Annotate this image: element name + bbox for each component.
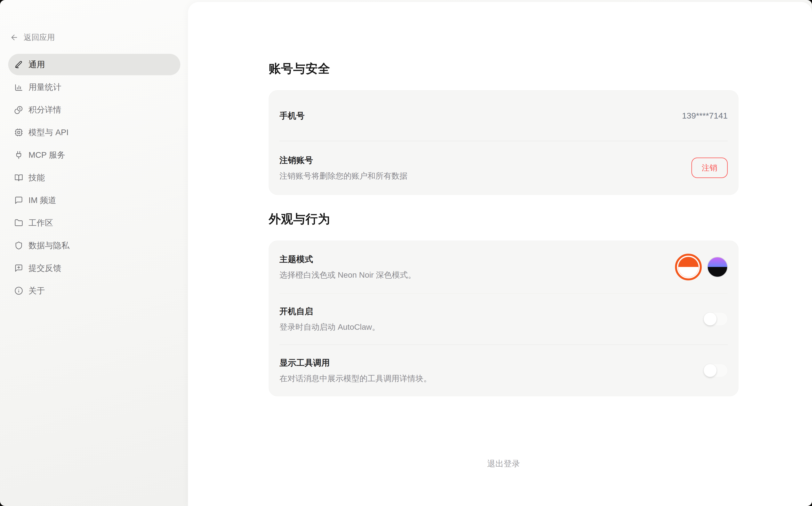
- delete-account-title: 注销账号: [280, 155, 408, 165]
- sidebar-item-mcp-services[interactable]: MCP 服务: [8, 144, 180, 166]
- show-tool-calls-toggle[interactable]: [704, 364, 728, 377]
- theme-swatches: [675, 254, 728, 280]
- coins-icon: [14, 105, 23, 114]
- cpu-icon: [14, 128, 23, 137]
- sidebar-item-label: 数据与隐私: [28, 240, 69, 251]
- sidebar-item-label: IM 频道: [28, 195, 56, 206]
- sidebar-item-about[interactable]: 关于: [8, 280, 180, 302]
- delete-account-button[interactable]: 注销: [691, 158, 728, 178]
- theme-mode-title: 主题模式: [280, 254, 416, 264]
- back-to-app-label: 返回应用: [24, 32, 55, 43]
- sidebar-item-label: 用量统计: [28, 82, 61, 93]
- arrow-left-icon: [10, 33, 18, 42]
- sidebar-item-credits[interactable]: 积分详情: [8, 99, 180, 120]
- bar-chart-icon: [14, 83, 23, 91]
- account-security-card: 手机号 139****7141 注销账号 注销账号将删除您的账户和所有数据 注销: [269, 90, 738, 195]
- theme-light-orange-swatch[interactable]: [675, 254, 702, 280]
- sidebar-item-label: 通用: [28, 59, 45, 70]
- sidebar-item-data-privacy[interactable]: 数据与隐私: [8, 235, 180, 256]
- phone-number-row: 手机号 139****7141: [269, 90, 738, 141]
- sidebar-item-label: 技能: [28, 172, 45, 183]
- sidebar-item-label: 提交反馈: [28, 263, 61, 273]
- delete-account-desc: 注销账号将删除您的账户和所有数据: [280, 171, 408, 181]
- section-title-account-security: 账号与安全: [269, 62, 738, 75]
- sidebar: 返回应用 通用 用量统计 积分详情 模型与 API MCP 服务: [0, 0, 188, 506]
- message-square-icon: [14, 196, 23, 204]
- settings-main-panel: 账号与安全 手机号 139****7141 注销账号 注销账号将删除您的账户和所…: [188, 2, 812, 506]
- folder-icon: [14, 219, 23, 227]
- info-icon: [14, 286, 23, 295]
- sidebar-item-im-channels[interactable]: IM 频道: [8, 189, 180, 211]
- toggle-knob: [704, 313, 717, 325]
- theme-neon-noir-swatch[interactable]: [707, 257, 728, 277]
- sidebar-item-label: 积分详情: [28, 104, 61, 115]
- show-tool-calls-desc: 在对话消息中展示模型的工具调用详情块。: [280, 374, 432, 383]
- sidebar-item-usage-stats[interactable]: 用量统计: [8, 76, 180, 98]
- phone-number-value: 139****7141: [682, 111, 728, 120]
- settings-window: 返回应用 通用 用量统计 积分详情 模型与 API MCP 服务: [0, 0, 812, 506]
- autostart-row: 开机自启 登录时自动启动 AutoClaw。: [269, 293, 738, 345]
- sidebar-item-label: 关于: [28, 285, 45, 296]
- shield-icon: [14, 241, 23, 250]
- plug-icon: [14, 151, 23, 159]
- phone-number-label: 手机号: [280, 111, 305, 120]
- sidebar-item-general[interactable]: 通用: [8, 54, 180, 75]
- sidebar-item-label: MCP 服务: [28, 150, 65, 161]
- theme-mode-desc: 选择橙白浅色或 Neon Noir 深色模式。: [280, 270, 416, 280]
- sidebar-item-label: 模型与 API: [28, 127, 69, 138]
- toggle-knob: [704, 364, 717, 377]
- theme-mode-row: 主题模式 选择橙白浅色或 Neon Noir 深色模式。: [269, 241, 738, 293]
- sidebar-item-skills[interactable]: 技能: [8, 167, 180, 188]
- book-open-icon: [14, 173, 23, 182]
- delete-account-row: 注销账号 注销账号将删除您的账户和所有数据 注销: [269, 141, 738, 194]
- autostart-desc: 登录时自动启动 AutoClaw。: [280, 322, 380, 332]
- sidebar-item-workspace[interactable]: 工作区: [8, 212, 180, 234]
- sidebar-item-label: 工作区: [28, 218, 53, 228]
- show-tool-calls-title: 显示工具调用: [280, 358, 432, 367]
- message-square-plus-icon: [14, 264, 23, 272]
- logout-button[interactable]: 退出登录: [269, 458, 738, 469]
- sidebar-item-feedback[interactable]: 提交反馈: [8, 257, 180, 279]
- autostart-title: 开机自启: [280, 306, 380, 316]
- sidebar-item-models-api[interactable]: 模型与 API: [8, 122, 180, 143]
- sidebar-nav: 通用 用量统计 积分详情 模型与 API MCP 服务 技能: [8, 54, 180, 303]
- appearance-behavior-card: 主题模式 选择橙白浅色或 Neon Noir 深色模式。 开机自启 登录时自动: [269, 241, 738, 396]
- section-title-appearance-behavior: 外观与行为: [269, 212, 738, 226]
- theme-light-orange-swatch-inner: [678, 257, 698, 277]
- back-to-app-button[interactable]: 返回应用: [10, 32, 55, 43]
- pencil-icon: [14, 60, 23, 69]
- autostart-toggle[interactable]: [704, 312, 728, 326]
- show-tool-calls-row: 显示工具调用 在对话消息中展示模型的工具调用详情块。: [269, 345, 738, 396]
